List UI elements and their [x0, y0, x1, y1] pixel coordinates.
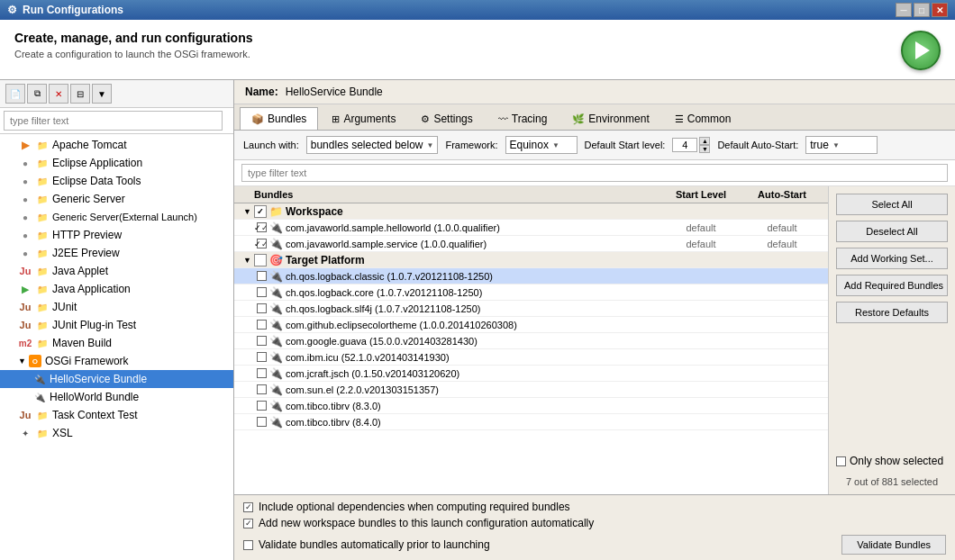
helloservice-icon: 🔌	[32, 372, 47, 386]
tp1-checkbox[interactable]	[254, 271, 268, 281]
tp1-checkbox-box[interactable]	[257, 271, 267, 281]
maximize-button[interactable]: □	[914, 3, 930, 17]
minimize-button[interactable]: ─	[896, 3, 912, 17]
tab-common[interactable]: ☰ Common	[663, 107, 743, 130]
tab-tracing[interactable]: 〰 Tracing	[487, 107, 559, 130]
tp3-checkbox[interactable]	[254, 303, 268, 313]
tp6-checkbox[interactable]	[254, 352, 268, 362]
sidebar-item-label: Generic Server	[52, 193, 125, 205]
add-working-set-button[interactable]: Add Working Set...	[836, 248, 948, 269]
tp4-checkbox-box[interactable]	[257, 320, 267, 330]
tp9-bundle-icon: 🔌	[268, 400, 283, 412]
restore-defaults-button[interactable]: Restore Defaults	[836, 302, 948, 323]
validate-auto-checkbox[interactable]	[243, 540, 253, 550]
maven-folder-icon: 📁	[35, 336, 50, 350]
auto-start-value: true	[810, 139, 829, 151]
workspace-expand-arrow[interactable]: ▼	[243, 207, 251, 216]
tp6-checkbox-box[interactable]	[257, 352, 267, 362]
add-workspace-checkbox[interactable]	[243, 519, 253, 528]
sidebar-item-generic-server[interactable]: ● 📁 Generic Server	[0, 190, 233, 208]
only-show-row: Only show selected	[836, 455, 948, 467]
sidebar-item-eclipse-data-tools[interactable]: ● 📁 Eclipse Data Tools	[0, 172, 233, 190]
start-level-spinner[interactable]: ▲ ▼	[672, 137, 710, 153]
tp3-checkbox-box[interactable]	[257, 303, 267, 313]
validate-bundles-button[interactable]: Validate Bundles	[841, 535, 946, 555]
folder6-icon: 📁	[35, 228, 50, 242]
validate-auto-label: Validate bundles automatically prior to …	[259, 538, 490, 551]
ws2-checkbox[interactable]: ✓	[254, 239, 268, 248]
sidebar-item-j2ee-preview[interactable]: ● 📁 J2EE Preview	[0, 244, 233, 262]
tp9-checkbox[interactable]	[254, 401, 268, 411]
auto-start-dropdown[interactable]: true ▼	[805, 136, 878, 154]
bundles-tab-icon: 📦	[251, 113, 264, 125]
sidebar-item-generic-server-ext[interactable]: ● 📁 Generic Server(External Launch)	[0, 208, 233, 226]
target-expand-arrow[interactable]: ▼	[243, 256, 251, 265]
target-check-parent[interactable]	[254, 254, 267, 266]
sidebar-item-maven-build[interactable]: m2 📁 Maven Build	[0, 334, 233, 352]
tp2-checkbox[interactable]	[254, 287, 268, 297]
sidebar-item-java-applet[interactable]: Ju 📁 Java Applet	[0, 262, 233, 280]
tp7-checkbox[interactable]	[254, 368, 268, 378]
folder-icon: 📁	[35, 138, 50, 152]
tp10-checkbox[interactable]	[254, 417, 268, 427]
name-value: HelloService Bundle	[286, 86, 383, 98]
tp9-checkbox-box[interactable]	[257, 401, 267, 411]
tp10-checkbox-box[interactable]	[257, 417, 267, 427]
include-optional-checkbox[interactable]	[243, 502, 253, 512]
sidebar-item-osgi-framework[interactable]: ▼ O OSGi Framework	[0, 352, 233, 370]
folder5-icon: 📁	[35, 210, 50, 224]
bottom-bar: Include optional dependencies when compu…	[234, 494, 955, 560]
close-button[interactable]: ✕	[932, 3, 948, 17]
spinner-down-button[interactable]: ▼	[699, 145, 710, 153]
tp7-checkbox-box[interactable]	[257, 368, 267, 378]
tab-arguments[interactable]: ⊞ Arguments	[320, 107, 407, 130]
delete-button[interactable]: ✕	[49, 84, 68, 104]
sidebar-item-apache-tomcat[interactable]: ▶ 📁 Apache Tomcat	[0, 136, 233, 154]
framework-dropdown[interactable]: Equinox ▼	[505, 136, 578, 154]
sidebar-item-junit[interactable]: Ju 📁 JUnit	[0, 298, 233, 316]
tp8-checkbox[interactable]	[254, 384, 268, 394]
sidebar-item-junit-plugin[interactable]: Ju 📁 JUnit Plug-in Test	[0, 316, 233, 334]
duplicate-button[interactable]: ⧉	[27, 84, 47, 104]
sidebar-item-helloservice-bundle[interactable]: 🔌 HelloService Bundle	[0, 370, 233, 388]
sidebar-filter-input[interactable]	[4, 111, 223, 131]
collapse-button[interactable]: ⊟	[70, 84, 90, 104]
ws2-checkbox-box[interactable]: ✓	[257, 239, 267, 248]
ws2-bundle-name: com.javaworld.sample.service (1.0.0.qual…	[286, 239, 660, 249]
run-button[interactable]	[901, 31, 941, 70]
run-icon	[915, 41, 930, 59]
workspace-check-parent[interactable]: ✓	[254, 205, 267, 218]
header-text: Create, manage, and run configurations C…	[14, 31, 253, 59]
osgi-icon: O	[28, 354, 42, 368]
tab-bundles[interactable]: 📦 Bundles	[240, 107, 318, 130]
tp8-checkbox-box[interactable]	[257, 384, 267, 394]
add-required-bundles-button[interactable]: Add Required Bundles	[836, 275, 948, 296]
tab-environment[interactable]: 🌿 Environment	[560, 107, 660, 130]
tab-bundles-label: Bundles	[268, 113, 306, 125]
bundles-filter-input[interactable]	[241, 164, 948, 182]
tp4-checkbox[interactable]	[254, 320, 268, 330]
tp5-checkbox[interactable]	[254, 336, 268, 346]
spinner-up-button[interactable]: ▲	[699, 137, 710, 145]
tab-settings[interactable]: ⚙ Settings	[409, 107, 484, 130]
sidebar-item-xsl[interactable]: ✦ 📁 XSL	[0, 424, 233, 442]
launch-with-dropdown[interactable]: bundles selected below ▼	[306, 136, 439, 154]
server-icon: ●	[18, 192, 32, 206]
ws1-checkbox[interactable]: ✓	[254, 222, 268, 232]
tp2-checkbox-box[interactable]	[257, 287, 267, 297]
only-show-checkbox[interactable]	[836, 456, 846, 466]
sidebar-item-eclipse-application[interactable]: ● 📁 Eclipse Application	[0, 154, 233, 172]
new-config-button[interactable]: 📄	[5, 84, 25, 104]
start-level-input[interactable]	[672, 138, 697, 152]
more-button[interactable]: ▼	[92, 84, 112, 104]
select-all-button[interactable]: Select All	[836, 194, 948, 215]
deselect-all-button[interactable]: Deselect All	[836, 221, 948, 242]
tp5-checkbox-box[interactable]	[257, 336, 267, 346]
sidebar-item-http-preview[interactable]: ● 📁 HTTP Preview	[0, 226, 233, 244]
sidebar-item-helloworld-bundle[interactable]: 🔌 HelloWorld Bundle	[0, 388, 233, 406]
target-icon: 🎯	[269, 254, 283, 266]
sidebar-item-java-application[interactable]: ▶ 📁 Java Application	[0, 280, 233, 298]
data-tools-icon: ●	[18, 174, 32, 188]
ws1-checkbox-box[interactable]: ✓	[257, 222, 267, 232]
sidebar-item-task-context-test[interactable]: Ju 📁 Task Context Test	[0, 406, 233, 424]
